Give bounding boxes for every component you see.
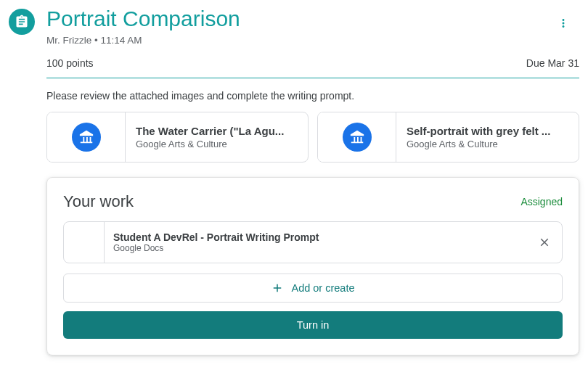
attachment-card[interactable]: Self-portrait with grey felt ... Google …: [317, 112, 579, 163]
work-attachment-type: Google Docs: [113, 243, 518, 253]
points-due-row: 100 points Due Mar 31: [46, 54, 579, 78]
author-name: Mr. Frizzle: [46, 35, 91, 46]
work-attachment-title: Student A DevRel - Portrait Writing Prom…: [113, 231, 518, 243]
your-work-card: Your work Assigned Student A DevRel - Po…: [46, 177, 579, 355]
museum-icon: [72, 123, 101, 152]
attachment-title: Self-portrait with grey felt ...: [407, 125, 550, 137]
remove-attachment-button[interactable]: [527, 222, 562, 263]
add-button-label: Add or create: [291, 282, 354, 294]
work-attachment: Student A DevRel - Portrait Writing Prom…: [63, 221, 563, 263]
your-work-title: Your work: [63, 192, 134, 211]
assignment-title: Portrait Comparison: [46, 6, 579, 32]
assignment-icon: [9, 9, 35, 35]
close-icon: [538, 236, 551, 249]
assignment-header: Portrait Comparison Mr. Frizzle • 11:14 …: [9, 6, 579, 78]
add-or-create-button[interactable]: Add or create: [63, 274, 563, 303]
points-label: 100 points: [46, 57, 94, 69]
museum-icon: [343, 123, 372, 152]
work-attachment-thumbnail: [64, 222, 105, 263]
instructions-text: Please review the attached images and co…: [46, 90, 579, 102]
more-vert-icon: [557, 17, 570, 30]
attachment-thumbnail: [318, 112, 396, 162]
turn-in-button[interactable]: Turn in: [63, 311, 563, 339]
assignment-meta: Mr. Frizzle • 11:14 AM: [46, 35, 579, 46]
attachment-thumbnail: [47, 112, 126, 162]
due-date: Due Mar 31: [526, 57, 579, 69]
attachment-source: Google Arts & Culture: [136, 139, 284, 149]
attachment-card[interactable]: The Water Carrier ("La Agu... Google Art…: [46, 112, 309, 163]
attachment-title: The Water Carrier ("La Agu...: [136, 125, 284, 137]
attachment-source: Google Arts & Culture: [407, 139, 550, 149]
work-status: Assigned: [520, 196, 563, 207]
more-options-button[interactable]: [550, 10, 576, 36]
work-attachment-link[interactable]: Student A DevRel - Portrait Writing Prom…: [105, 227, 527, 258]
attachments-row: The Water Carrier ("La Agu... Google Art…: [46, 112, 579, 163]
plus-icon: [271, 281, 284, 295]
post-time: 11:14 AM: [100, 35, 142, 46]
